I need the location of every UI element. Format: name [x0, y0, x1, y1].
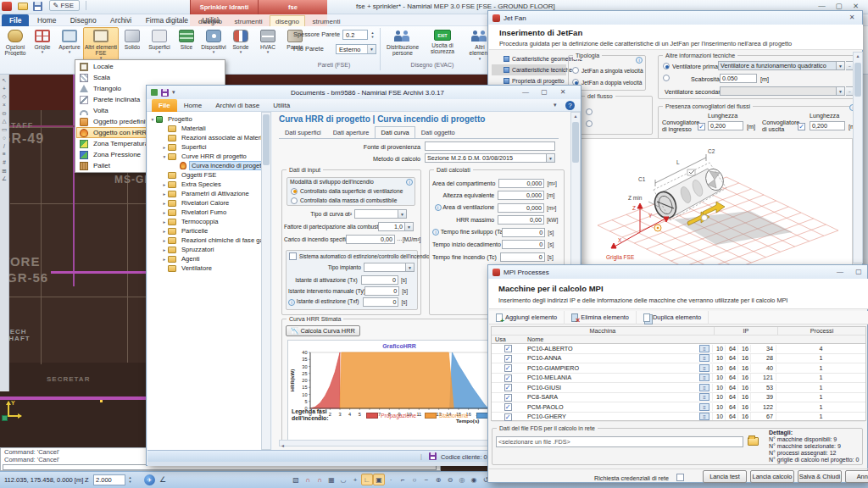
menu-item[interactable]: Scala — [76, 72, 224, 83]
chevron-down-icon[interactable]: ▼ — [398, 209, 407, 219]
info-icon[interactable]: i — [288, 299, 295, 306]
tree-expand-icon[interactable]: ▸ — [161, 201, 168, 206]
fattore-input[interactable]: 1,0 — [378, 222, 405, 231]
tree-item[interactable]: ▸ Rivelatori Calore — [147, 198, 270, 208]
ip-octet[interactable]: 64 — [725, 413, 737, 420]
chevron-down-icon[interactable]: ▼ — [547, 153, 555, 163]
convogliatore-ingresso-input[interactable]: 0,200 — [708, 121, 743, 130]
ip-octet[interactable]: 10 — [712, 345, 725, 352]
tree-expand-icon[interactable]: ▸ — [161, 210, 168, 215]
form-tab[interactable]: Dati oggetto — [415, 126, 461, 138]
usa-checkbox[interactable] — [504, 413, 512, 421]
documents-close-button[interactable]: ✕ — [557, 88, 569, 97]
status-icon[interactable]: ◎ — [456, 474, 468, 485]
field-value[interactable]: 0 — [361, 275, 398, 285]
tree-item[interactable]: Oggetti FSE — [147, 170, 270, 180]
ribbon-button[interactable]: Superfici ▾ — [146, 27, 173, 55]
documents-tab[interactable]: Utilità — [266, 99, 297, 112]
tree-item[interactable]: ▸ Reazioni chimiche di fase gassosa — [147, 236, 270, 245]
ip-octet[interactable]: 121 — [750, 374, 776, 381]
table-row[interactable]: PC10-MELANIA 10 64 16 121 1 — [492, 374, 865, 384]
table-row[interactable]: PCM-PAOLO 10 64 16 122 1 — [492, 402, 865, 413]
usa-checkbox[interactable] — [504, 403, 512, 411]
chevron-down-icon[interactable]: ▼ — [405, 222, 414, 231]
documents-tab[interactable]: Archivi di base — [209, 99, 266, 112]
cad-tool-icon[interactable]: ↖ — [2, 78, 6, 84]
ip-octet[interactable]: 10 — [712, 354, 725, 362]
save-icon[interactable] — [429, 452, 437, 460]
carico-input[interactable]: 0,00 — [346, 235, 395, 244]
cad-tool-icon[interactable]: ⊞ — [2, 169, 6, 175]
ip-octet[interactable]: 67 — [750, 413, 776, 420]
open-icon[interactable] — [18, 3, 28, 10]
info-icon[interactable]: i — [406, 179, 413, 186]
process-count[interactable]: 1 — [776, 374, 865, 381]
toolbar-button[interactable]: Elimina elemento — [565, 311, 637, 324]
uscita-sicurezza-button[interactable]: Uscita di sicurezza — [424, 27, 461, 56]
ip-octet[interactable]: 34 — [750, 345, 776, 352]
help-icon[interactable]: ? — [565, 101, 575, 110]
status-icon[interactable]: ∩ — [314, 474, 326, 485]
angle-icon[interactable]: ∠ — [159, 475, 166, 484]
spessore-parete-input[interactable]: 0.2 — [342, 30, 368, 40]
network-icon[interactable] — [699, 413, 709, 420]
table-row[interactable]: PC10-GIAMPIERO 10 64 16 40 1 — [492, 363, 865, 374]
mpi-maximize-button[interactable]: ▢ — [853, 268, 865, 277]
table-row[interactable]: PC10-GIUSI 10 64 16 53 1 — [492, 383, 865, 393]
wizard-step[interactable]: Caratteristiche geometriche — [492, 53, 566, 64]
status-icon[interactable]: ◉ — [468, 474, 480, 485]
ellipsis-button[interactable]: ⋯ — [397, 236, 402, 242]
tree-item[interactable]: Materiali — [147, 124, 270, 133]
tree-item[interactable]: Curva incendio di progetto — [147, 161, 270, 170]
process-count[interactable]: 1 — [776, 354, 865, 362]
usa-checkbox[interactable] — [504, 355, 512, 363]
ventilatore-primario-select[interactable]: Ventilatore a funzionamento quadratico — [718, 61, 837, 70]
ribbon-button[interactable]: Dispositivi ▾ — [200, 27, 227, 55]
process-count[interactable]: 1 — [776, 384, 865, 391]
action-button[interactable]: Salva & Chiudi — [798, 470, 842, 483]
status-icon[interactable]: ∩ — [302, 474, 314, 485]
menu-item[interactable]: Locale — [76, 61, 224, 72]
documents-minimize-button[interactable]: — — [520, 88, 531, 97]
status-icon[interactable]: ▧ — [290, 474, 302, 485]
chevron-down-icon[interactable]: ▼ — [837, 86, 845, 96]
ribbon-tab[interactable]: Disegno — [64, 14, 103, 26]
browse-folder-icon[interactable] — [748, 437, 759, 446]
cad-tool-icon[interactable]: ▭ — [2, 127, 7, 133]
ribbon-button[interactable]: Aperture ▾ — [56, 27, 83, 55]
status-icon[interactable]: ◡ — [337, 474, 349, 485]
tree-expand-icon[interactable]: ▸ — [161, 191, 168, 197]
ip-octet[interactable]: 10 — [712, 374, 725, 381]
action-button[interactable]: Lancia test — [703, 470, 747, 483]
tree-item[interactable]: ▸ Termocoppia — [147, 217, 270, 226]
process-count[interactable]: 4 — [776, 345, 865, 352]
info-icon[interactable]: i — [435, 204, 442, 211]
tree-item[interactable]: ▸ Extra Species — [147, 180, 270, 189]
process-count[interactable]: 1 — [776, 393, 865, 401]
status-icon[interactable]: − — [420, 474, 432, 485]
dynamic-input-icon[interactable]: ✈ — [144, 474, 155, 485]
usa-checkbox[interactable] — [504, 384, 512, 391]
tree-item[interactable]: Reazioni associate ai Materiali — [147, 133, 270, 142]
jetfan-scrollbar[interactable]: ▲ — [853, 52, 863, 263]
tree-expand-icon[interactable]: ▸ — [161, 257, 168, 262]
tree-expand-icon[interactable]: ▸ — [161, 247, 168, 252]
ribbon-button[interactable]: Solido — [119, 27, 146, 52]
network-icon[interactable] — [699, 345, 709, 352]
toolbar-button[interactable]: Aggiungi elemento — [489, 311, 565, 324]
status-icon[interactable]: · — [385, 474, 397, 485]
ip-octet[interactable]: 64 — [725, 354, 737, 362]
tipologia-option[interactable]: JetFan a singola velocità — [572, 64, 643, 76]
field-value[interactable]: 0,000 — [498, 179, 544, 188]
network-icon[interactable] — [699, 354, 709, 362]
cad-tool-icon[interactable]: ∠ — [2, 176, 7, 182]
network-icon[interactable] — [699, 393, 709, 401]
usa-checkbox[interactable] — [504, 394, 512, 402]
field-value[interactable]: 0 — [500, 252, 545, 262]
table-row[interactable]: PC10-ALBERTO 10 64 16 34 4 — [492, 344, 865, 354]
status-icon[interactable]: ⌐ — [397, 474, 409, 485]
usa-checkbox[interactable] — [504, 374, 512, 382]
form-tab[interactable]: Dati curva — [375, 126, 415, 138]
scabrosita-radio[interactable] — [663, 75, 670, 81]
field-value[interactable]: 0 — [364, 286, 399, 296]
